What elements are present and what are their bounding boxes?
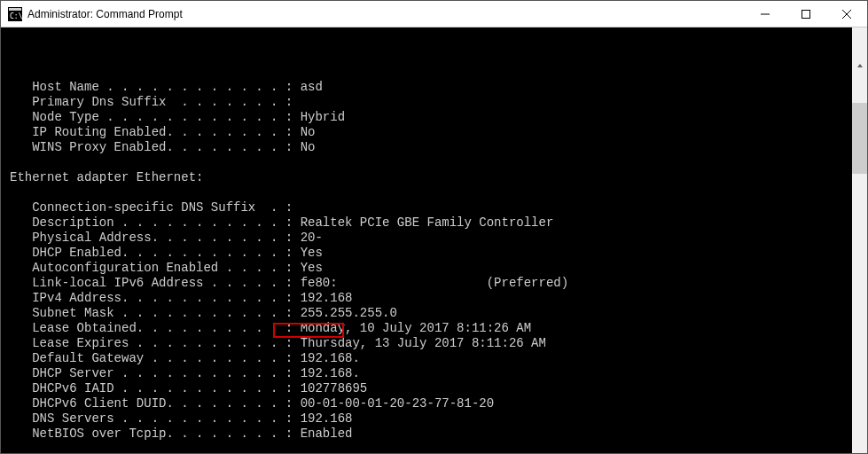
- maximize-button[interactable]: [786, 1, 826, 27]
- terminal-lines: Host Name . . . . . . . . . . . . : asd …: [10, 65, 867, 454]
- terminal-line: [10, 442, 867, 454]
- terminal-line: [10, 155, 867, 170]
- terminal-line: Host Name . . . . . . . . . . . . : asd: [10, 80, 867, 95]
- scroll-thumb[interactable]: [852, 103, 867, 174]
- scroll-track[interactable]: [852, 103, 867, 454]
- terminal-line: [10, 65, 867, 80]
- minimize-button[interactable]: [745, 1, 786, 27]
- terminal-line: IPv4 Address. . . . . . . . . . . : 192.…: [10, 291, 867, 306]
- terminal-line: Link-local IPv6 Address . . . . . : fe80…: [10, 276, 867, 291]
- svg-rect-1: [9, 8, 21, 11]
- terminal-line: DHCPv6 IAID . . . . . . . . . . . : 1027…: [10, 381, 867, 396]
- svg-rect-4: [802, 10, 810, 18]
- terminal-line: [10, 185, 867, 200]
- terminal-line: Description . . . . . . . . . . . : Real…: [10, 215, 867, 231]
- cmd-icon: C:\: [8, 7, 22, 21]
- terminal-line: Default Gateway . . . . . . . . . : 192.…: [10, 351, 867, 366]
- terminal-line: NetBIOS over Tcpip. . . . . . . . : Enab…: [10, 427, 867, 442]
- terminal-line: Autoconfiguration Enabled . . . . : Yes: [10, 261, 867, 276]
- close-button[interactable]: [826, 1, 867, 27]
- window-titlebar: C:\ Administrator: Command Prompt: [1, 1, 867, 27]
- scroll-up-arrow[interactable]: [852, 58, 867, 73]
- window-title: Administrator: Command Prompt: [27, 8, 183, 20]
- terminal-output[interactable]: Host Name . . . . . . . . . . . . : asd …: [1, 27, 867, 454]
- terminal-line: DNS Servers . . . . . . . . . . . : 192.…: [10, 411, 867, 427]
- svg-marker-7: [857, 64, 863, 67]
- terminal-line: Lease Expires . . . . . . . . . . : Thur…: [10, 336, 867, 351]
- terminal-line: WINS Proxy Enabled. . . . . . . . : No: [10, 140, 867, 155]
- svg-text:C:\: C:\: [10, 12, 22, 20]
- terminal-line: DHCP Server . . . . . . . . . . . : 192.…: [10, 366, 867, 381]
- terminal-line: Lease Obtained. . . . . . . . . . : Mond…: [10, 321, 867, 336]
- terminal-line: DHCP Enabled. . . . . . . . . . . : Yes: [10, 246, 867, 261]
- terminal-line: Connection-specific DNS Suffix . :: [10, 200, 867, 215]
- vertical-scrollbar[interactable]: [852, 27, 867, 454]
- terminal-line: Ethernet adapter Ethernet:: [10, 170, 867, 185]
- terminal-line: Node Type . . . . . . . . . . . . : Hybr…: [10, 110, 867, 125]
- terminal-line: Primary Dns Suffix . . . . . . . :: [10, 95, 867, 110]
- terminal-line: IP Routing Enabled. . . . . . . . : No: [10, 125, 867, 140]
- terminal-line: DHCPv6 Client DUID. . . . . . . . : 00-0…: [10, 396, 867, 411]
- terminal-line: Subnet Mask . . . . . . . . . . . : 255.…: [10, 306, 867, 321]
- terminal-line: Physical Address. . . . . . . . . : 20-: [10, 231, 867, 246]
